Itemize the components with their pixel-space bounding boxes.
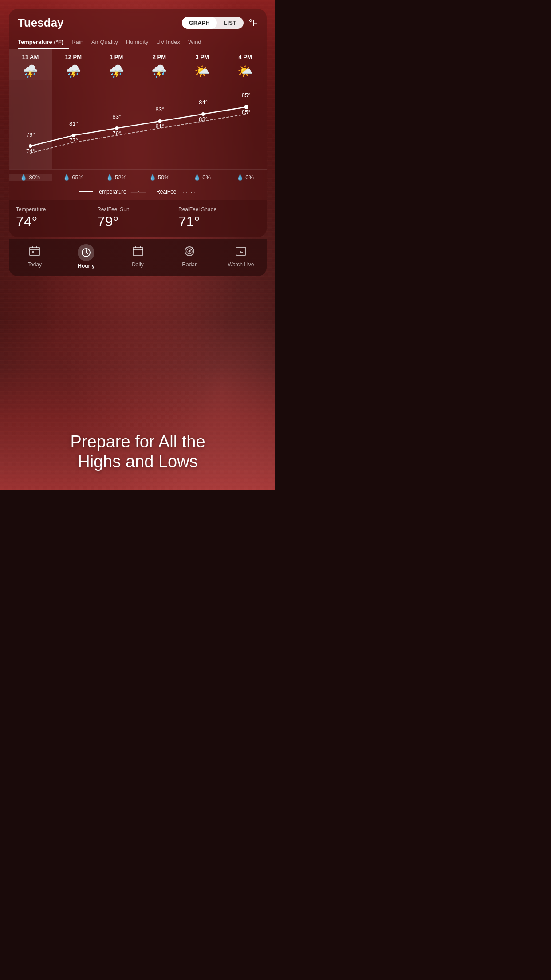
chart-svg [9, 80, 267, 169]
low-temp-label-1: 77° [69, 137, 78, 144]
precip-cell-1: 💧 65% [52, 174, 95, 181]
low-temp-label-3: 81° [156, 123, 165, 130]
nav-daily-label: Daily [132, 261, 144, 268]
tab-wind[interactable]: Wind [188, 35, 207, 49]
precip-icon-1: 💧 [63, 174, 70, 181]
dot-0 [29, 144, 32, 148]
tagline: Prepare for All theHighs and Lows [0, 432, 276, 472]
high-temp-label-1: 81° [69, 120, 78, 127]
precip-cell-2: 💧 52% [95, 174, 138, 181]
tab-rain[interactable]: Rain [71, 35, 89, 49]
day-title: Tuesday [18, 16, 64, 30]
precip-cell-3: 💧 50% [138, 174, 181, 181]
precip-icon-5: 💧 [236, 174, 244, 181]
weather-icon-3: ⛈️ [151, 64, 167, 79]
precip-row: 💧 80% 💧 65% 💧 52% 💧 50% 💧 0% [9, 169, 267, 186]
nav-today[interactable]: Today [9, 245, 60, 268]
tab-humidity[interactable]: Humidity [126, 35, 154, 49]
stat-realfeel-sun-value: 79° [97, 213, 178, 230]
tab-uv-index[interactable]: UV Index [157, 35, 185, 49]
tab-air-quality[interactable]: Air Quality [91, 35, 123, 49]
high-temp-line [31, 107, 247, 146]
stat-temperature-value: 74° [16, 213, 97, 230]
high-temp-label-3: 83° [156, 106, 165, 113]
nav-daily[interactable]: Daily [112, 245, 163, 268]
weather-icon-2: ⛈️ [109, 64, 124, 79]
hours-grid: 11 AM ⛈️ 12 PM ⛈️ 1 PM ⛈️ 2 PM ⛈️ 3 PM [9, 49, 267, 80]
nav-tabs: Temperature (°F) Rain Air Quality Humidi… [9, 35, 267, 49]
watch-live-icon [235, 245, 247, 260]
realfeel-line [31, 114, 247, 153]
stat-realfeel-shade-label: RealFeel Shade [178, 206, 260, 213]
precip-icon-0: 💧 [20, 174, 27, 181]
hour-label-5: 4 PM [238, 54, 252, 60]
legend-temperature-line [79, 191, 93, 192]
stat-realfeel-sun: RealFeel Sun 79° [97, 206, 178, 230]
hour-label-4: 3 PM [196, 54, 209, 60]
card-header: Tuesday GRAPH LIST °F [9, 9, 267, 35]
high-temp-label-2: 83° [113, 113, 122, 120]
low-temp-label-2: 79° [113, 130, 122, 137]
stats-row: Temperature 74° RealFeel Sun 79° RealFee… [9, 200, 267, 237]
hour-label-2: 1 PM [110, 54, 123, 60]
tab-temperature[interactable]: Temperature (°F) [18, 35, 69, 49]
svg-rect-0 [30, 247, 39, 256]
precip-value-4: 0% [202, 174, 211, 181]
dot-3 [158, 119, 161, 123]
dot-2 [115, 126, 118, 130]
graph-button[interactable]: GRAPH [182, 17, 217, 29]
low-temp-label-4: 83° [199, 116, 208, 122]
header-controls: GRAPH LIST °F [182, 17, 258, 29]
hour-col-0: 11 AM ⛈️ [9, 49, 52, 80]
hour-label-0: 11 AM [22, 54, 39, 60]
nav-watch-live[interactable]: Watch Live [215, 245, 267, 268]
weather-icon-4: 🌤️ [194, 64, 210, 79]
bottom-nav: Today Hourly Daily [9, 239, 267, 276]
today-icon [29, 245, 40, 260]
temperature-chart: 79° 81° 83° 83° 84° 85° 74° 77° 79° 81° … [9, 80, 267, 169]
hour-col-1: 12 PM ⛈️ [52, 49, 95, 80]
stat-temperature: Temperature 74° [16, 206, 97, 230]
precip-value-1: 65% [72, 174, 83, 181]
precip-cell-0: 💧 80% [9, 174, 52, 181]
low-temp-label-5: 85° [242, 109, 251, 115]
precip-icon-3: 💧 [149, 174, 156, 181]
precip-value-5: 0% [245, 174, 254, 181]
nav-hourly[interactable]: Hourly [60, 244, 112, 269]
stat-realfeel-shade: RealFeel Shade 71° [178, 206, 260, 230]
svg-rect-4 [32, 251, 34, 253]
nav-hourly-label: Hourly [78, 263, 94, 269]
nav-today-label: Today [28, 261, 42, 268]
precip-cell-4: 💧 0% [181, 174, 224, 181]
hour-col-4: 3 PM 🌤️ [181, 49, 224, 80]
dot-4 [201, 112, 205, 116]
svg-line-7 [86, 253, 88, 254]
chart-legend: Temperature —·— RealFeel ····· [9, 186, 267, 200]
nav-watch-live-label: Watch Live [228, 261, 254, 268]
stat-realfeel-sun-label: RealFeel Sun [97, 206, 178, 213]
high-temp-label-4: 84° [199, 99, 208, 106]
daily-icon [132, 245, 144, 260]
list-button[interactable]: LIST [217, 17, 244, 29]
legend-temperature-label: Temperature [96, 189, 126, 195]
low-temp-label-0: 74° [26, 148, 35, 154]
precip-value-2: 52% [115, 174, 126, 181]
precip-icon-4: 💧 [193, 174, 201, 181]
weather-icon-1: ⛈️ [66, 64, 81, 79]
hour-label-3: 2 PM [153, 54, 166, 60]
nav-radar[interactable]: Radar [164, 245, 215, 268]
hour-col-5: 4 PM 🌤️ [224, 49, 267, 80]
weather-icon-5: 🌤️ [237, 64, 253, 79]
view-toggle[interactable]: GRAPH LIST [182, 17, 244, 29]
hourly-icon [78, 244, 94, 261]
weather-icon-0: ⛈️ [23, 64, 38, 79]
precip-cell-5: 💧 0% [224, 174, 267, 181]
stat-temperature-label: Temperature [16, 206, 97, 213]
hour-label-1: 12 PM [65, 54, 82, 60]
precip-value-3: 50% [158, 174, 169, 181]
svg-rect-8 [133, 247, 143, 256]
precip-icon-2: 💧 [106, 174, 113, 181]
stat-realfeel-shade-value: 71° [178, 213, 260, 230]
legend-realfeel-label: RealFeel [156, 189, 177, 195]
high-temp-label-5: 85° [242, 92, 251, 99]
